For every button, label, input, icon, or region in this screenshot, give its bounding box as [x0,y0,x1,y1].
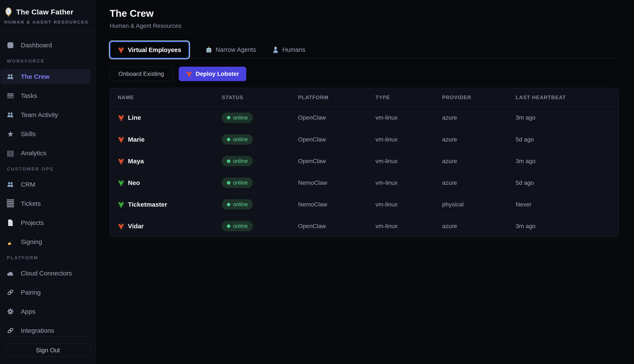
logo-block: The Claw Father HUMAN & AGENT RESOURCES [0,0,96,30]
cell-type: vm-linux [368,201,434,208]
sidebar-item-the-crew[interactable]: The Crew [1,69,91,84]
tab-virtual-employees[interactable]: Virtual Employees [110,41,189,58]
online-dot-icon [227,203,230,206]
app-subtitle: HUMAN & AGENT RESOURCES [4,20,92,25]
sidebar-nav: DashboardWORKFORCEThe CrewTasksTeam Acti… [0,30,96,338]
sidebar-item-team-activity[interactable]: Team Activity [1,107,91,122]
page-subtitle: Human & Agent Resources [110,22,619,29]
sidebar-item-label: Team Activity [21,111,58,118]
page-title: The Crew [110,8,619,19]
lobster-red-icon [118,114,125,121]
employee-name: Line [128,114,141,121]
nav-section-label: PLATFORM [7,255,91,260]
lobster-green-icon [118,201,125,208]
table-row-marie[interactable]: MarieonlineOpenClawvm-linuxazure5d ago [110,128,618,150]
link-icon [6,327,15,334]
cell-type: vm-linux [368,180,434,186]
lobster-red-icon [118,46,125,53]
cell-platform: NemoClaw [290,180,368,186]
table-row-line[interactable]: LineonlineOpenClawvm-linuxazure3m ago [110,107,618,128]
table-row-vidar[interactable]: VidaronlineOpenClawvm-linuxazure3m ago [110,215,618,237]
online-dot-icon [227,224,230,228]
status-badge: online [222,112,253,123]
cell-last-heartbeat: 3m ago [508,114,618,121]
cell-platform: OpenClaw [290,158,368,164]
cell-status: online [214,134,290,144]
sidebar-item-label: Tasks [21,92,37,100]
status-label: online [233,201,248,208]
deploy-lobster-button[interactable]: Deploy Lobster [179,67,246,81]
sidebar-item-cloud-connectors[interactable]: Cloud Connectors [1,266,91,281]
crew-table: NAMESTATUSPLATFORMTYPEPROVIDERLAST HEART… [110,88,619,237]
table-row-maya[interactable]: MayaonlineOpenClawvm-linuxazure3m ago [110,150,618,172]
status-badge: online [222,134,253,144]
gear-icon [6,308,15,315]
cell-name: Ticketmaster [110,201,214,208]
cell-platform: OpenClaw [290,136,368,143]
sidebar: The Claw Father HUMAN & AGENT RESOURCES … [0,0,96,364]
cell-name: Marie [110,136,214,143]
online-dot-icon [227,138,230,141]
sidebar-item-apps[interactable]: Apps [1,304,91,319]
sidebar-item-projects[interactable]: Projects [1,215,91,230]
table-row-ticketmaster[interactable]: TicketmasteronlineNemoClawvm-linuxphysic… [110,194,618,215]
employee-name: Ticketmaster [128,201,167,208]
app-title: The Claw Father [16,8,74,16]
column-header-provider: PROVIDER [434,94,508,100]
lobster-red-icon [186,71,192,77]
sidebar-item-signing[interactable]: Signing [1,234,91,250]
cell-type: vm-linux [368,136,434,143]
star-icon: ★ [6,130,15,138]
table-row-neo[interactable]: NeoonlineNemoClawvm-linuxazure5d ago [110,172,618,194]
sidebar-item-label: Integrations [21,327,54,334]
cell-provider: azure [434,114,508,121]
online-dot-icon [227,160,230,163]
writing-hand-icon [6,238,15,246]
button-label: Onboard Existing [118,70,164,77]
sidebar-item-skills[interactable]: ★Skills [1,126,91,142]
table-body: LineonlineOpenClawvm-linuxazure3m agoMar… [110,107,618,237]
employee-name: Neo [128,179,140,186]
sidebar-item-tickets[interactable]: Tickets [1,196,91,211]
sidebar-item-tasks[interactable]: Tasks [1,88,91,104]
online-dot-icon [227,181,230,184]
status-label: online [233,180,248,186]
status-label: online [233,114,248,121]
cell-last-heartbeat: 5d ago [508,136,618,143]
status-label: online [233,136,248,143]
tab-label: Virtual Employees [128,46,181,54]
cell-name: Neo [110,179,214,186]
sidebar-item-label: Projects [21,219,44,226]
tab-narrow-agents[interactable]: Narrow Agents [205,41,256,58]
lobster-green-icon [118,180,125,186]
sign-out-button[interactable]: Sign Out [6,344,90,357]
cell-status: online [214,178,290,188]
sidebar-item-label: Pairing [21,289,41,296]
employee-name: Maya [128,158,144,165]
cell-last-heartbeat: 5d ago [508,180,618,186]
tab-bar: Virtual EmployeesNarrow AgentsHumans [110,41,619,58]
action-buttons: Onboard ExistingDeploy Lobster [110,67,619,81]
mirror-logo-icon [4,7,13,16]
sidebar-item-label: Signing [21,238,42,246]
tab-humans[interactable]: Humans [272,41,305,58]
onboard-existing-button[interactable]: Onboard Existing [110,67,173,81]
cell-last-heartbeat: Never [508,201,618,208]
sidebar-item-label: CRM [21,181,35,188]
sidebar-item-crm[interactable]: CRM [1,177,91,192]
nav-section-label: WORKFORCE [7,58,91,64]
cloud-icon [6,270,15,277]
cell-type: vm-linux [368,158,434,164]
stack-lines-icon [6,200,15,208]
employee-name: Marie [128,136,145,143]
sidebar-item-dashboard[interactable]: Dashboard [1,38,91,53]
cell-platform: OpenClaw [290,223,368,230]
column-header-platform: PLATFORM [290,94,368,100]
status-badge: online [222,221,253,231]
cell-last-heartbeat: 3m ago [508,223,618,230]
sidebar-item-pairing[interactable]: Pairing [1,285,91,300]
cell-name: Line [110,114,214,121]
sidebar-item-analytics[interactable]: ▤Analytics [1,146,91,161]
cell-provider: azure [434,136,508,143]
app-window: The Claw Father HUMAN & AGENT RESOURCES … [0,0,634,364]
